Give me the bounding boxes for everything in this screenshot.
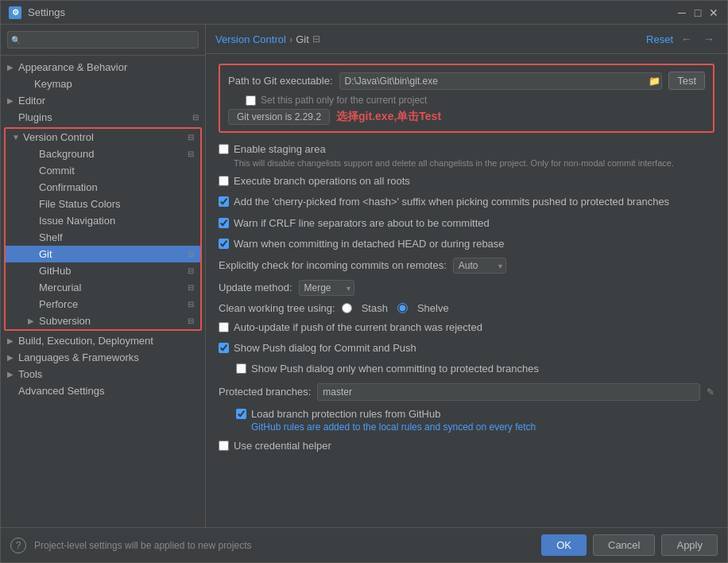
show-push-dialog-row: Show Push dialog for Commit and Push xyxy=(219,341,714,355)
sync-icon: ⊟ xyxy=(188,316,194,325)
sidebar-item-issue-navigation[interactable]: Issue Navigation xyxy=(6,212,200,229)
footer-buttons: OK Cancel Apply xyxy=(541,534,718,556)
shelve-radio[interactable] xyxy=(397,303,408,313)
protected-branches-edit-button[interactable]: ✎ xyxy=(707,386,714,398)
cherry-pick-checkbox[interactable] xyxy=(219,196,229,207)
path-input-wrapper: 📁 xyxy=(339,72,663,90)
enable-staging-row: Enable staging area This will disable ch… xyxy=(219,142,714,168)
update-method-select[interactable]: Merge Rebase xyxy=(299,280,354,296)
current-project-checkbox[interactable] xyxy=(246,95,256,106)
panel-header: Version Control › Git ⊟ Reset ← → xyxy=(206,25,727,54)
sync-icon: ⊟ xyxy=(188,300,194,309)
update-method-label: Update method: xyxy=(219,282,292,293)
stash-label: Stash xyxy=(362,302,388,314)
protected-branches-label: Protected branches: xyxy=(219,386,311,398)
expand-arrow-icon: ▶ xyxy=(7,96,17,105)
nav-forward-button[interactable]: → xyxy=(700,31,718,47)
current-project-label: Set this path only for the current proje… xyxy=(261,95,427,106)
sync-icon: ⊟ xyxy=(188,283,194,292)
git-path-section: Path to Git executable: 📁 Test Set this … xyxy=(219,64,714,133)
sidebar-tree: ▶ Appearance & Behavior Keymap ▶ Editor … xyxy=(1,56,205,527)
sidebar-item-subversion[interactable]: ▶ Subversion ⊟ xyxy=(6,313,200,329)
sidebar-item-mercurial[interactable]: Mercurial ⊟ xyxy=(6,279,200,296)
title-bar: ⚙ Settings ─ □ ✕ xyxy=(1,1,727,25)
load-branch-text: Load branch protection rules from GitHub… xyxy=(251,407,536,433)
close-button[interactable]: ✕ xyxy=(708,7,719,18)
expand-arrow-icon: ▶ xyxy=(28,316,37,325)
sidebar-item-github[interactable]: GitHub ⊟ xyxy=(6,262,200,279)
sidebar-item-shelf[interactable]: Shelf xyxy=(6,229,200,246)
main-content: ▶ Appearance & Behavior Keymap ▶ Editor … xyxy=(1,25,727,527)
git-path-input[interactable] xyxy=(339,72,663,90)
sidebar-item-appearance[interactable]: ▶ Appearance & Behavior xyxy=(1,59,205,76)
help-button[interactable]: ? xyxy=(10,538,26,553)
cherry-pick-row: Add the 'cherry-picked from <hash>' suff… xyxy=(219,195,714,209)
sidebar-item-version-control[interactable]: ▼ Version Control ⊟ xyxy=(6,129,200,146)
maximize-button[interactable]: □ xyxy=(692,7,703,18)
sidebar-item-advanced-settings[interactable]: Advanced Settings xyxy=(1,382,205,399)
warn-detached-checkbox[interactable] xyxy=(219,239,229,249)
sidebar-item-file-status-colors[interactable]: File Status Colors xyxy=(6,196,200,212)
sync-icon: ⊟ xyxy=(192,113,199,122)
sidebar-item-perforce[interactable]: Perforce ⊟ xyxy=(6,296,200,313)
sidebar-item-tools[interactable]: ▶ Tools xyxy=(1,366,205,382)
sync-icon: ⊟ xyxy=(188,149,194,158)
incoming-commits-row: Explicitly check for incoming commits on… xyxy=(219,258,714,274)
stash-radio[interactable] xyxy=(342,303,352,313)
version-control-section: ▼ Version Control ⊟ Background ⊟ Commit xyxy=(4,127,202,331)
test-button[interactable]: Test xyxy=(668,72,705,90)
minimize-button[interactable]: ─ xyxy=(676,7,687,18)
breadcrumb: Version Control › Git ⊟ xyxy=(215,33,641,45)
incoming-commits-select-wrapper: Auto Always Never xyxy=(453,258,506,274)
show-push-protected-checkbox[interactable] xyxy=(236,363,246,374)
expand-arrow-icon: ▶ xyxy=(7,370,17,379)
breadcrumb-separator: › xyxy=(289,33,292,45)
sidebar-item-editor[interactable]: ▶ Editor xyxy=(1,92,205,109)
path-browse-button[interactable]: 📁 xyxy=(649,76,660,87)
protected-branches-row: Protected branches: ✎ xyxy=(219,383,714,401)
execute-branch-checkbox[interactable] xyxy=(219,176,229,186)
clean-radio-group: Stash Shelve xyxy=(342,302,449,314)
sidebar-search-area xyxy=(1,25,205,56)
search-input[interactable] xyxy=(7,31,199,49)
sidebar-item-keymap[interactable]: Keymap xyxy=(1,76,205,92)
version-badge: Git version is 2.29.2 xyxy=(228,109,330,125)
expand-arrow-icon: ▶ xyxy=(7,63,17,72)
show-push-protected-row: Show Push dialog only when committing to… xyxy=(219,362,714,376)
sidebar-item-build[interactable]: ▶ Build, Execution, Deployment xyxy=(1,332,205,349)
title-bar-controls: ─ □ ✕ xyxy=(676,7,719,18)
current-project-row: Set this path only for the current proje… xyxy=(228,95,705,106)
execute-branch-row: Execute branch operations on all roots xyxy=(219,174,714,188)
breadcrumb-parent[interactable]: Version Control xyxy=(215,33,286,45)
header-actions: Reset ← → xyxy=(646,31,718,47)
auto-update-checkbox[interactable] xyxy=(219,322,229,332)
ok-button[interactable]: OK xyxy=(541,534,587,556)
incoming-commits-select[interactable]: Auto Always Never xyxy=(453,258,506,274)
reset-button[interactable]: Reset xyxy=(646,33,673,45)
settings-window: ⚙ Settings ─ □ ✕ ▶ Appearance & Behavior xyxy=(0,0,728,563)
sidebar-item-plugins[interactable]: Plugins ⊟ xyxy=(1,109,205,126)
sidebar-item-confirmation[interactable]: Confirmation xyxy=(6,179,200,196)
path-row: Path to Git executable: 📁 Test xyxy=(228,72,705,90)
tab-icon: ⊟ xyxy=(312,33,320,45)
apply-button[interactable]: Apply xyxy=(661,534,718,556)
version-badge-row: Git version is 2.29.2 选择git.exe,单击Test xyxy=(228,109,705,125)
sidebar-item-languages[interactable]: ▶ Languages & Frameworks xyxy=(1,349,205,366)
load-branch-protection-checkbox[interactable] xyxy=(236,409,246,419)
enable-staging-checkbox[interactable] xyxy=(219,144,229,154)
warn-crlf-checkbox[interactable] xyxy=(219,218,229,228)
main-panel: Version Control › Git ⊟ Reset ← → Path t… xyxy=(206,25,727,527)
sidebar-item-commit[interactable]: Commit xyxy=(6,162,200,179)
show-push-dialog-checkbox[interactable] xyxy=(219,343,229,353)
footer-info: Project-level settings will be applied t… xyxy=(34,540,541,551)
auto-update-row: Auto-update if push of the current branc… xyxy=(219,320,714,335)
credential-helper-checkbox[interactable] xyxy=(219,441,229,451)
warn-crlf-row: Warn if CRLF line separators are about t… xyxy=(219,216,714,231)
cancel-button[interactable]: Cancel xyxy=(593,534,655,556)
sidebar: ▶ Appearance & Behavior Keymap ▶ Editor … xyxy=(1,25,206,527)
sidebar-item-git[interactable]: Git ⊟ xyxy=(6,246,200,262)
nav-back-button[interactable]: ← xyxy=(678,31,695,47)
sidebar-item-background[interactable]: Background ⊟ xyxy=(6,146,200,162)
protected-branches-input[interactable] xyxy=(317,383,700,401)
sync-icon: ⊟ xyxy=(188,266,194,275)
